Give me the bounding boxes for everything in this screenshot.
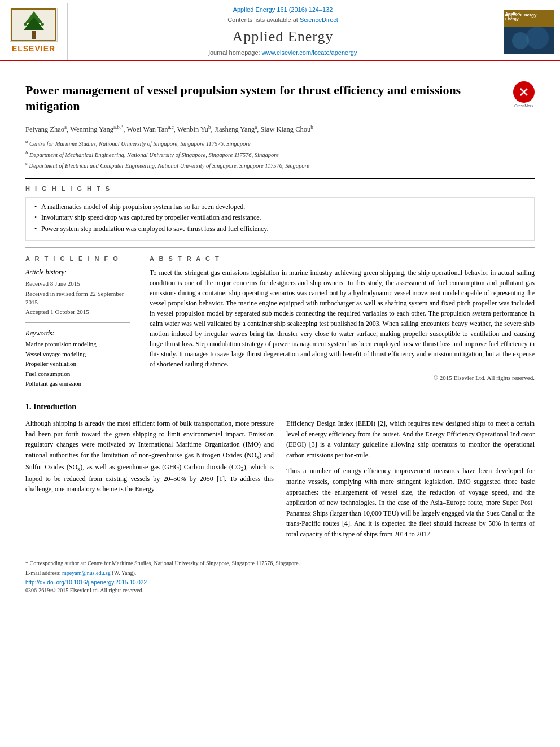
affiliation-b: b Department of Mechanical Engineering, … (25, 149, 535, 159)
crossmark-block[interactable]: CrossMark (513, 81, 535, 109)
author-wenbin: Wenbin Yu (177, 125, 208, 133)
svg-point-13 (512, 32, 529, 49)
journal-header-center: Applied Energy 161 (2016) 124–132 Conten… (68, 3, 498, 60)
journal-homepage: journal homepage: www.elsevier.com/locat… (209, 49, 357, 57)
journal-cover-image: Applied Energy (498, 3, 560, 60)
article-title: Power management of vessel propulsion sy… (25, 82, 508, 115)
divider-keywords (25, 322, 130, 323)
highlights-box: A mathematics model of ship propulsion s… (25, 197, 535, 241)
keyword-2: Vessel voyage modeling (25, 350, 130, 359)
intro-para-1: Although shipping is already the most ef… (25, 418, 274, 495)
intro-heading: 1. Introduction (25, 401, 535, 413)
intro-two-col: Although shipping is already the most ef… (25, 418, 535, 545)
received-date: Received 8 June 2015 (25, 279, 130, 288)
highlight-item-2: Involuntary ship speed drop was captured… (34, 213, 528, 222)
highlight-item-3: Power system step modulation was employe… (34, 224, 528, 234)
keywords-block: Keywords: Marine propulsion modeling Ves… (25, 329, 130, 388)
applied-energy-cover-img: Applied Energy (504, 10, 554, 54)
email-label: E-mail address: (25, 570, 60, 576)
homepage-label: journal homepage: (209, 49, 260, 56)
author-siaw: Siaw Kiang Chou (260, 125, 310, 133)
email-address[interactable]: mpeyam@nus.edu.sg (62, 570, 111, 576)
intro-para-2: Efficiency Design Index (EEDI) [2], whic… (286, 418, 535, 460)
svg-point-5 (41, 23, 44, 26)
author-woei: Woei Wan Tan (126, 125, 168, 133)
article-info-col: A R T I C L E I N F O Article history: R… (25, 255, 138, 390)
keyword-4: Fuel consumption (25, 370, 130, 378)
email-name: (W. Yang). (112, 570, 136, 576)
journal-issue-ref: Applied Energy 161 (2016) 124–132 (233, 6, 333, 14)
highlights-list: A mathematics model of ship propulsion s… (32, 202, 528, 234)
intro-col-left: Although shipping is already the most ef… (25, 418, 274, 545)
introduction-section: 1. Introduction Although shipping is alr… (25, 401, 535, 545)
copyright-line: © 2015 Elsevier Ltd. All rights reserved… (150, 374, 535, 382)
svg-rect-8 (504, 10, 554, 27)
elsevier-logo: ELSEVIER (10, 8, 58, 55)
abstract-col: A B S T R A C T To meet the stringent ga… (150, 255, 535, 390)
author-feiyang: Feiyang Zhao (25, 125, 64, 133)
article-info-abstract-cols: A R T I C L E I N F O Article history: R… (25, 255, 535, 390)
crossmark-icon (513, 81, 535, 103)
keywords-label: Keywords: (25, 329, 130, 338)
highlights-title: H I G H L I G H T S (25, 185, 535, 193)
elsevier-tree-svg (11, 8, 56, 41)
svg-point-4 (24, 23, 27, 26)
main-content: Power management of vessel propulsion sy… (0, 61, 560, 608)
affiliation-a: a Centre for Maritime Studies, National … (25, 138, 535, 148)
journal-name: Applied Energy (233, 27, 334, 47)
abstract-label: A B S T R A C T (150, 255, 535, 263)
abstract-text: To meet the stringent gas emissions legi… (150, 268, 535, 369)
highlights-section: H I G H L I G H T S A mathematics model … (25, 185, 535, 241)
highlight-item-1: A mathematics model of ship propulsion s… (34, 202, 528, 212)
svg-text:Energy: Energy (505, 17, 519, 21)
sciencedirect-link[interactable]: ScienceDirect (300, 16, 338, 23)
intro-para-3: Thus a number of energy-efficiency impro… (286, 466, 535, 539)
author-jiasheng: Jiasheng Yang (215, 125, 255, 133)
contents-label: Contents lists available at (228, 16, 298, 23)
keyword-5: Pollutant gas emission (25, 379, 130, 388)
elsevier-brand-text: ELSEVIER (12, 43, 55, 55)
affiliation-c: c Department of Electrical and Computer … (25, 160, 535, 170)
article-info-label: A R T I C L E I N F O (25, 255, 130, 263)
svg-rect-1 (32, 31, 36, 39)
doi-line[interactable]: http://dx.doi.org/10.1016/j.apenergy.201… (25, 579, 535, 587)
homepage-url[interactable]: www.elsevier.com/locate/apenergy (262, 49, 357, 56)
affiliations-block: a Centre for Maritime Studies, National … (25, 138, 535, 170)
crossmark-label: CrossMark (514, 103, 533, 109)
contents-text: Contents lists available at ScienceDirec… (228, 16, 338, 24)
elsevier-logo-block: ELSEVIER (0, 3, 68, 60)
authors-line: Feiyang Zhaoa, Wenming Yanga,b,*, Woei W… (25, 124, 535, 135)
keyword-1: Marine propulsion modeling (25, 340, 130, 348)
svg-text:Applied: Applied (505, 12, 520, 16)
author-wenming: Wenming Yang (70, 125, 113, 133)
intro-col-right: Efficiency Design Index (EEDI) [2], whic… (286, 418, 535, 545)
article-history-block: Article history: Received 8 June 2015 Re… (25, 268, 130, 316)
revised-date: Received in revised form 22 September 20… (25, 290, 130, 307)
divider-after-affiliations (25, 178, 535, 179)
journal-header: ELSEVIER Applied Energy 161 (2016) 124–1… (0, 0, 560, 61)
corresponding-note: * Corresponding author at: Centre for Ma… (25, 560, 535, 567)
email-line: E-mail address: mpeyam@nus.edu.sg (W. Ya… (25, 569, 535, 577)
divider-before-article-info (25, 247, 535, 248)
footnote-area: * Corresponding author at: Centre for Ma… (25, 556, 535, 595)
svg-point-12 (526, 27, 549, 49)
keyword-3: Propeller ventilation (25, 360, 130, 368)
accepted-date: Accepted 1 October 2015 (25, 308, 130, 316)
article-history-label: Article history: (25, 268, 130, 277)
issn-line: 0306-2619/© 2015 Elsevier Ltd. All right… (25, 587, 535, 595)
